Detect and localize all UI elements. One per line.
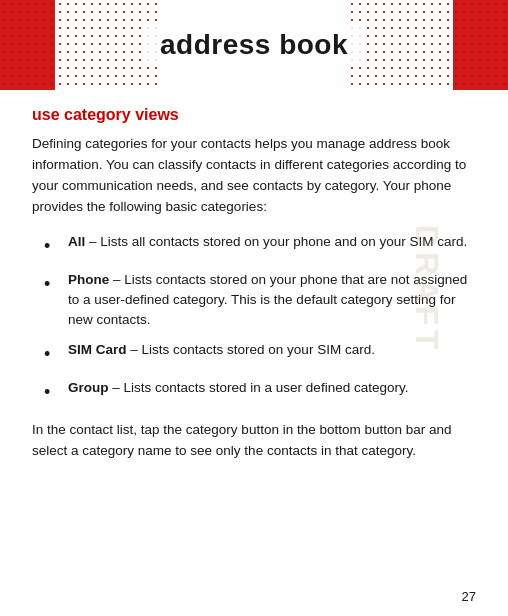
category-list: • All – Lists all contacts stored on you… bbox=[44, 232, 476, 407]
def-phone: – Lists contacts stored on your phone th… bbox=[68, 272, 467, 328]
bullet-text-all: All – Lists all contacts stored on your … bbox=[68, 232, 476, 252]
def-all: – Lists all contacts stored on your phon… bbox=[89, 234, 467, 249]
footer-paragraph: In the contact list, tap the category bu… bbox=[32, 420, 476, 462]
header-red-bar-left bbox=[0, 0, 55, 90]
section-title: use category views bbox=[32, 106, 476, 124]
bullet-text-simcard: SIM Card – Lists contacts stored on your… bbox=[68, 340, 476, 360]
page-title: address book bbox=[144, 25, 364, 65]
bullet-text-group: Group – Lists contacts stored in a user … bbox=[68, 378, 476, 398]
list-item: • Phone – Lists contacts stored on your … bbox=[44, 270, 476, 331]
main-content: DRAFT use category views Defining catego… bbox=[0, 90, 508, 488]
bullet-icon: • bbox=[44, 341, 62, 368]
list-item: • SIM Card – Lists contacts stored on yo… bbox=[44, 340, 476, 368]
term-simcard: SIM Card bbox=[68, 342, 127, 357]
bullet-icon: • bbox=[44, 233, 62, 260]
term-phone: Phone bbox=[68, 272, 109, 287]
page-number: 27 bbox=[462, 589, 476, 604]
bullet-icon: • bbox=[44, 271, 62, 298]
def-simcard: – Lists contacts stored on your SIM card… bbox=[130, 342, 375, 357]
bullet-text-phone: Phone – Lists contacts stored on your ph… bbox=[68, 270, 476, 331]
header-red-bar-right bbox=[453, 0, 508, 90]
term-all: All bbox=[68, 234, 85, 249]
def-group: – Lists contacts stored in a user define… bbox=[112, 380, 408, 395]
list-item: • Group – Lists contacts stored in a use… bbox=[44, 378, 476, 406]
bullet-icon: • bbox=[44, 379, 62, 406]
page-header: address book bbox=[0, 0, 508, 90]
term-group: Group bbox=[68, 380, 109, 395]
intro-paragraph: Defining categories for your contacts he… bbox=[32, 134, 476, 218]
list-item: • All – Lists all contacts stored on you… bbox=[44, 232, 476, 260]
